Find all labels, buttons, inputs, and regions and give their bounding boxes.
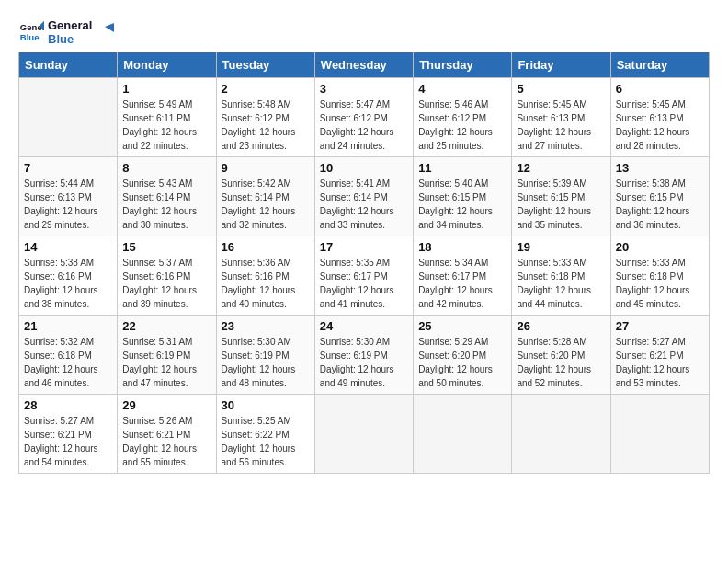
day-info: Sunrise: 5:40 AMSunset: 6:15 PMDaylight:… bbox=[418, 177, 506, 232]
day-info: Sunrise: 5:45 AMSunset: 6:13 PMDaylight:… bbox=[517, 98, 605, 153]
day-number: 30 bbox=[222, 398, 310, 412]
calendar-cell: 23Sunrise: 5:30 AMSunset: 6:19 PMDayligh… bbox=[216, 316, 314, 395]
calendar-cell: 24Sunrise: 5:30 AMSunset: 6:19 PMDayligh… bbox=[314, 316, 413, 395]
day-number: 10 bbox=[320, 161, 408, 175]
day-number: 2 bbox=[222, 82, 310, 96]
calendar-cell bbox=[414, 395, 512, 474]
calendar-week-3: 14Sunrise: 5:38 AMSunset: 6:16 PMDayligh… bbox=[19, 236, 710, 316]
day-number: 9 bbox=[222, 161, 310, 175]
day-info: Sunrise: 5:38 AMSunset: 6:15 PMDaylight:… bbox=[616, 177, 704, 232]
day-info: Sunrise: 5:25 AMSunset: 6:22 PMDaylight:… bbox=[222, 414, 310, 469]
day-info: Sunrise: 5:30 AMSunset: 6:19 PMDaylight:… bbox=[320, 335, 408, 390]
calendar-cell bbox=[314, 395, 413, 474]
calendar-week-4: 21Sunrise: 5:32 AMSunset: 6:18 PMDayligh… bbox=[19, 316, 710, 395]
day-info: Sunrise: 5:32 AMSunset: 6:18 PMDaylight:… bbox=[24, 335, 112, 390]
calendar-cell: 21Sunrise: 5:32 AMSunset: 6:18 PMDayligh… bbox=[19, 316, 118, 395]
page-header: General Blue General Blue bbox=[18, 18, 710, 46]
day-info: Sunrise: 5:42 AMSunset: 6:14 PMDaylight:… bbox=[222, 177, 310, 232]
day-number: 23 bbox=[222, 319, 310, 333]
day-number: 12 bbox=[517, 161, 605, 175]
day-info: Sunrise: 5:48 AMSunset: 6:12 PMDaylight:… bbox=[222, 98, 310, 153]
day-info: Sunrise: 5:46 AMSunset: 6:12 PMDaylight:… bbox=[418, 98, 506, 153]
calendar-body: 1Sunrise: 5:49 AMSunset: 6:11 PMDaylight… bbox=[19, 78, 710, 474]
calendar-cell: 6Sunrise: 5:45 AMSunset: 6:13 PMDaylight… bbox=[610, 78, 709, 157]
logo-blue: Blue bbox=[48, 32, 92, 46]
logo-icon: General Blue bbox=[18, 19, 44, 45]
day-info: Sunrise: 5:41 AMSunset: 6:14 PMDaylight:… bbox=[320, 177, 408, 232]
day-info: Sunrise: 5:35 AMSunset: 6:17 PMDaylight:… bbox=[320, 256, 408, 311]
day-number: 21 bbox=[24, 319, 112, 333]
day-number: 24 bbox=[320, 319, 408, 333]
day-info: Sunrise: 5:43 AMSunset: 6:14 PMDaylight:… bbox=[122, 177, 210, 232]
day-number: 4 bbox=[418, 82, 506, 96]
calendar-cell: 9Sunrise: 5:42 AMSunset: 6:14 PMDaylight… bbox=[216, 157, 314, 236]
calendar-cell: 3Sunrise: 5:47 AMSunset: 6:12 PMDaylight… bbox=[314, 78, 413, 157]
calendar-cell: 4Sunrise: 5:46 AMSunset: 6:12 PMDaylight… bbox=[414, 78, 512, 157]
calendar-cell: 28Sunrise: 5:27 AMSunset: 6:21 PMDayligh… bbox=[19, 395, 118, 474]
day-info: Sunrise: 5:29 AMSunset: 6:20 PMDaylight:… bbox=[418, 335, 506, 390]
day-number: 5 bbox=[517, 82, 605, 96]
weekday-header-wednesday: Wednesday bbox=[314, 52, 413, 78]
calendar-cell: 20Sunrise: 5:33 AMSunset: 6:18 PMDayligh… bbox=[610, 236, 709, 316]
day-number: 11 bbox=[418, 161, 506, 175]
calendar-cell: 2Sunrise: 5:48 AMSunset: 6:12 PMDaylight… bbox=[216, 78, 314, 157]
day-number: 26 bbox=[517, 319, 605, 333]
weekday-header-tuesday: Tuesday bbox=[216, 52, 314, 78]
svg-text:General: General bbox=[20, 22, 44, 32]
calendar-cell: 1Sunrise: 5:49 AMSunset: 6:11 PMDaylight… bbox=[118, 78, 216, 157]
calendar-cell: 16Sunrise: 5:36 AMSunset: 6:16 PMDayligh… bbox=[216, 236, 314, 316]
day-number: 29 bbox=[122, 398, 210, 412]
svg-marker-3 bbox=[105, 23, 114, 32]
day-number: 17 bbox=[320, 240, 408, 254]
day-number: 28 bbox=[24, 398, 112, 412]
calendar-cell: 15Sunrise: 5:37 AMSunset: 6:16 PMDayligh… bbox=[118, 236, 216, 316]
weekday-header-sunday: Sunday bbox=[19, 52, 118, 78]
calendar-cell: 11Sunrise: 5:40 AMSunset: 6:15 PMDayligh… bbox=[414, 157, 512, 236]
day-number: 25 bbox=[418, 319, 506, 333]
day-info: Sunrise: 5:34 AMSunset: 6:17 PMDaylight:… bbox=[418, 256, 506, 311]
day-info: Sunrise: 5:30 AMSunset: 6:19 PMDaylight:… bbox=[222, 335, 310, 390]
logo-bird-icon bbox=[96, 23, 114, 41]
calendar-cell: 22Sunrise: 5:31 AMSunset: 6:19 PMDayligh… bbox=[118, 316, 216, 395]
calendar-table: SundayMondayTuesdayWednesdayThursdayFrid… bbox=[18, 52, 710, 474]
day-info: Sunrise: 5:27 AMSunset: 6:21 PMDaylight:… bbox=[616, 335, 704, 390]
calendar-cell: 18Sunrise: 5:34 AMSunset: 6:17 PMDayligh… bbox=[414, 236, 512, 316]
weekday-header-monday: Monday bbox=[118, 52, 216, 78]
calendar-cell bbox=[610, 395, 709, 474]
day-number: 7 bbox=[24, 161, 112, 175]
calendar-cell: 26Sunrise: 5:28 AMSunset: 6:20 PMDayligh… bbox=[512, 316, 610, 395]
calendar-week-5: 28Sunrise: 5:27 AMSunset: 6:21 PMDayligh… bbox=[19, 395, 710, 474]
calendar-cell: 27Sunrise: 5:27 AMSunset: 6:21 PMDayligh… bbox=[610, 316, 709, 395]
day-number: 18 bbox=[418, 240, 506, 254]
day-info: Sunrise: 5:36 AMSunset: 6:16 PMDaylight:… bbox=[222, 256, 310, 311]
calendar-week-2: 7Sunrise: 5:44 AMSunset: 6:13 PMDaylight… bbox=[19, 157, 710, 236]
day-number: 16 bbox=[222, 240, 310, 254]
calendar-cell: 19Sunrise: 5:33 AMSunset: 6:18 PMDayligh… bbox=[512, 236, 610, 316]
calendar-cell: 25Sunrise: 5:29 AMSunset: 6:20 PMDayligh… bbox=[414, 316, 512, 395]
day-number: 19 bbox=[517, 240, 605, 254]
day-info: Sunrise: 5:38 AMSunset: 6:16 PMDaylight:… bbox=[24, 256, 112, 311]
calendar-cell bbox=[19, 78, 118, 157]
day-number: 22 bbox=[122, 319, 210, 333]
day-info: Sunrise: 5:47 AMSunset: 6:12 PMDaylight:… bbox=[320, 98, 408, 153]
day-info: Sunrise: 5:33 AMSunset: 6:18 PMDaylight:… bbox=[517, 256, 605, 311]
day-info: Sunrise: 5:44 AMSunset: 6:13 PMDaylight:… bbox=[24, 177, 112, 232]
day-number: 14 bbox=[24, 240, 112, 254]
calendar-cell: 13Sunrise: 5:38 AMSunset: 6:15 PMDayligh… bbox=[610, 157, 709, 236]
logo: General Blue General Blue bbox=[18, 18, 114, 46]
calendar-cell: 30Sunrise: 5:25 AMSunset: 6:22 PMDayligh… bbox=[216, 395, 314, 474]
day-info: Sunrise: 5:27 AMSunset: 6:21 PMDaylight:… bbox=[24, 414, 112, 469]
svg-text:Blue: Blue bbox=[20, 32, 40, 42]
day-info: Sunrise: 5:45 AMSunset: 6:13 PMDaylight:… bbox=[616, 98, 704, 153]
weekday-header-friday: Friday bbox=[512, 52, 610, 78]
day-number: 8 bbox=[122, 161, 210, 175]
calendar-cell: 8Sunrise: 5:43 AMSunset: 6:14 PMDaylight… bbox=[118, 157, 216, 236]
day-info: Sunrise: 5:39 AMSunset: 6:15 PMDaylight:… bbox=[517, 177, 605, 232]
day-info: Sunrise: 5:33 AMSunset: 6:18 PMDaylight:… bbox=[616, 256, 704, 311]
day-number: 6 bbox=[616, 82, 704, 96]
day-number: 27 bbox=[616, 319, 704, 333]
calendar-cell: 29Sunrise: 5:26 AMSunset: 6:21 PMDayligh… bbox=[118, 395, 216, 474]
day-info: Sunrise: 5:31 AMSunset: 6:19 PMDaylight:… bbox=[122, 335, 210, 390]
day-number: 20 bbox=[616, 240, 704, 254]
day-info: Sunrise: 5:49 AMSunset: 6:11 PMDaylight:… bbox=[122, 98, 210, 153]
